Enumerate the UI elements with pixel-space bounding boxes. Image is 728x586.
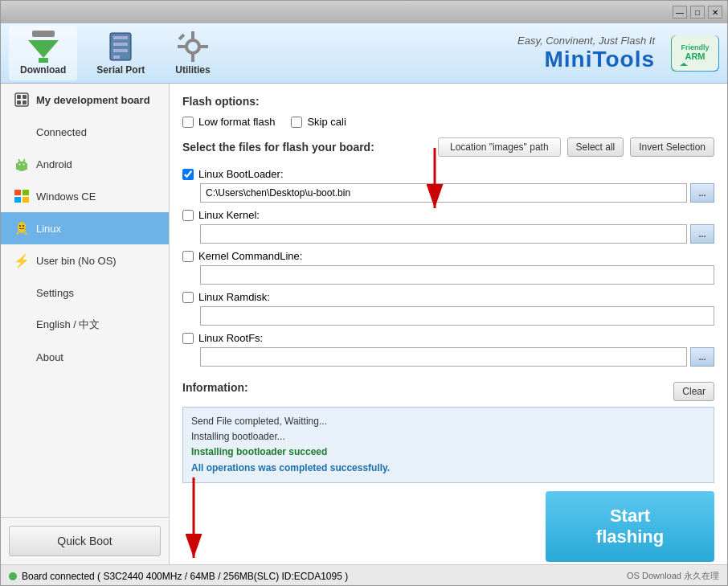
status-left: Board connected ( S3C2440 400MHz / 64MB …: [9, 571, 348, 582]
header-logo: MiniTools: [544, 47, 655, 72]
linux-label: Linux: [36, 223, 61, 235]
bootloader-file-input[interactable]: [200, 183, 687, 203]
toolbar-download[interactable]: Download: [9, 26, 77, 80]
status-right: OS Download 永久在理: [627, 570, 719, 582]
download-label: Download: [20, 64, 66, 76]
svg-rect-9: [191, 31, 194, 39]
select-files-row: Select the files for flash your board: L…: [182, 137, 714, 157]
sidebar-item-user-bin[interactable]: ⚡ User bin (No OS): [1, 244, 169, 277]
bootloader-browse-btn[interactable]: ...: [690, 183, 714, 203]
svg-rect-2: [39, 58, 48, 63]
settings-icon: [14, 285, 30, 301]
ramdisk-file-input[interactable]: [200, 306, 714, 326]
sidebar-item-about[interactable]: About: [1, 341, 169, 373]
svg-line-36: [17, 232, 18, 235]
select-all-btn[interactable]: Select all: [567, 137, 624, 157]
bootloader-entry: Linux BootLoader: ...: [182, 168, 714, 203]
commandline-checkbox[interactable]: Kernel CommandLine:: [182, 250, 302, 262]
kernel-label: Linux Kernel:: [198, 209, 260, 221]
header-brand: Easy, Convinent, Just Flash It MiniTools: [517, 35, 655, 72]
linux-icon: [14, 220, 30, 236]
svg-point-34: [19, 225, 21, 227]
commandline-entry: Kernel CommandLine:: [182, 250, 714, 285]
commandline-input[interactable]: [182, 251, 194, 262]
log-line-4: All operations was completed successfull…: [191, 461, 706, 476]
kernel-checkbox[interactable]: Linux Kernel:: [182, 209, 260, 221]
low-format-checkbox[interactable]: Low format flash: [182, 116, 275, 128]
kernel-input[interactable]: [182, 210, 194, 221]
content: Flash options: Low format flash Skip cal…: [170, 84, 727, 564]
svg-line-28: [23, 159, 25, 162]
svg-rect-29: [14, 190, 21, 195]
skip-cali-input[interactable]: [291, 117, 302, 128]
title-bar: — □ ✕: [1, 1, 727, 23]
commandline-file-input[interactable]: [200, 265, 714, 285]
rootfs-entry: Linux RootFs: ...: [182, 332, 714, 367]
commandline-label: Kernel CommandLine:: [198, 250, 302, 262]
low-format-input[interactable]: [182, 117, 194, 128]
download-icon: [27, 31, 59, 63]
bootloader-label: Linux BootLoader:: [198, 168, 284, 180]
kernel-browse-btn[interactable]: ...: [690, 224, 714, 244]
bootloader-checkbox[interactable]: Linux BootLoader:: [182, 168, 284, 180]
language-icon: [14, 317, 30, 333]
toolbar-utilities[interactable]: Utilities: [164, 26, 221, 80]
utilities-label: Utilities: [175, 64, 210, 76]
language-label: English / 中文: [36, 318, 100, 332]
user-bin-icon: ⚡: [14, 252, 30, 268]
svg-point-8: [186, 40, 199, 53]
minimize-btn[interactable]: —: [673, 6, 687, 18]
sidebar-item-settings[interactable]: Settings: [1, 277, 169, 309]
android-label: Android: [36, 158, 72, 170]
sidebar-bottom: Quick Boot: [1, 517, 169, 564]
clear-btn[interactable]: Clear: [673, 382, 714, 401]
maximize-btn[interactable]: □: [690, 6, 705, 18]
svg-rect-31: [14, 197, 21, 203]
start-flash-btn[interactable]: Start flashing: [546, 491, 714, 562]
svg-rect-5: [113, 43, 128, 46]
rootfs-browse-btn[interactable]: ...: [690, 347, 714, 367]
rootfs-input-row: ...: [200, 347, 714, 367]
svg-rect-7: [113, 55, 120, 59]
close-btn[interactable]: ✕: [708, 6, 722, 18]
rootfs-header: Linux RootFs:: [182, 332, 714, 344]
android-icon: [14, 156, 30, 172]
svg-rect-12: [200, 45, 208, 48]
info-header: Information: Clear: [182, 381, 714, 402]
friendly-arm-logo: Friendly ARM: [671, 35, 719, 72]
sidebar-item-android[interactable]: Android: [1, 148, 169, 180]
svg-rect-0: [32, 31, 55, 37]
ramdisk-input[interactable]: [182, 292, 194, 303]
rootfs-input[interactable]: [182, 333, 194, 344]
sidebar: My development board Connected Android: [1, 84, 170, 564]
sidebar-item-language[interactable]: English / 中文: [1, 309, 169, 341]
svg-rect-18: [17, 95, 21, 99]
settings-label: Settings: [36, 287, 74, 299]
select-files-label: Select the files for flash your board:: [182, 141, 431, 154]
svg-rect-30: [22, 190, 29, 195]
kernel-header: Linux Kernel:: [182, 209, 714, 221]
ramdisk-checkbox[interactable]: Linux Ramdisk:: [182, 291, 270, 303]
log-line-3: Installing bootloader succeed: [191, 445, 706, 460]
svg-text:ARM: ARM: [685, 51, 705, 61]
serial-port-label: Serial Port: [96, 64, 145, 76]
skip-cali-checkbox[interactable]: Skip cali: [291, 116, 346, 128]
my-board-label: My development board: [36, 94, 150, 106]
bootloader-input-row: ...: [200, 183, 714, 203]
status-dot: [9, 572, 17, 580]
commandline-header: Kernel CommandLine:: [182, 250, 714, 262]
toolbar-serial-port[interactable]: Serial Port: [85, 26, 156, 80]
svg-point-35: [22, 225, 24, 227]
rootfs-file-input[interactable]: [200, 347, 687, 367]
kernel-file-input[interactable]: [200, 224, 687, 244]
location-btn[interactable]: Location "images" path: [438, 137, 561, 157]
sidebar-item-linux[interactable]: Linux: [1, 212, 169, 244]
svg-rect-6: [113, 49, 128, 52]
rootfs-checkbox[interactable]: Linux RootFs:: [182, 332, 263, 344]
sidebar-item-windows-ce[interactable]: Windows CE: [1, 180, 169, 212]
bootloader-input[interactable]: [182, 169, 194, 180]
sidebar-item-connected[interactable]: Connected: [1, 116, 169, 148]
invert-selection-btn[interactable]: Invert Selection: [630, 137, 714, 157]
quick-boot-btn[interactable]: Quick Boot: [9, 526, 161, 556]
info-log: Send File completed, Waitting... Install…: [182, 407, 714, 483]
